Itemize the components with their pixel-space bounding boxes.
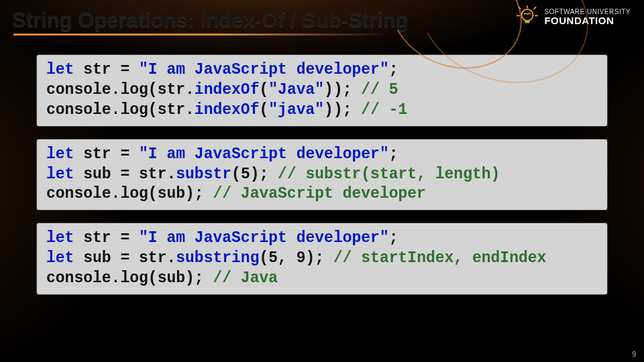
code-line: let sub = str.substring(5, 9); // startI… — [46, 249, 598, 269]
code-line: let str = "I am JavaScript developer"; — [46, 145, 598, 165]
code-line: console.log(str.indexOf("java")); // -1 — [46, 101, 598, 121]
code-line: let str = "I am JavaScript developer"; — [46, 229, 598, 249]
code-line: console.log(sub); // JavaScript develope… — [46, 184, 598, 204]
page-number: 9 — [632, 351, 636, 358]
code-line: console.log(str.indexOf("Java")); // 5 — [46, 80, 598, 101]
code-line: console.log(sub); // Java — [46, 269, 598, 289]
code-block-3: let str = "I am JavaScript developer"; l… — [36, 223, 608, 295]
code-block-2: let str = "I am JavaScript developer"; l… — [36, 139, 608, 211]
code-line: let sub = str.substr(5); // substr(start… — [46, 165, 598, 185]
